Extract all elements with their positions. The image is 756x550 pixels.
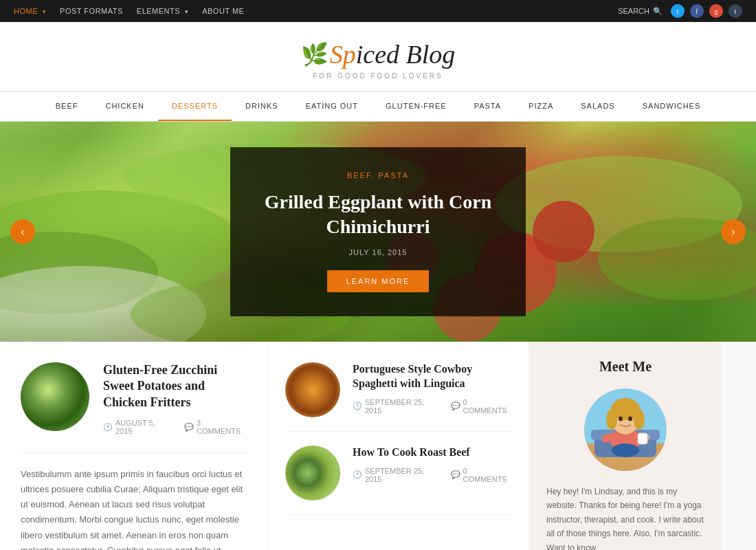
category-pizza[interactable]: PIZZA [515,92,567,121]
clock-icon-2: 🕐 [353,402,362,410]
category-eating-out[interactable]: EATING OUT [292,92,372,121]
middle-post-2-title[interactable]: How To Cook Roast Beef [353,446,511,460]
middle-post-1: Portuguese Style Cowboy Spaghetti with L… [285,355,511,432]
top-nav-left: HOME ▾ POST FORMATS ELEMENTS ▾ ABOUT ME [14,7,244,15]
avatar-svg [584,388,667,471]
comment-icon: 💬 [184,423,194,432]
svg-point-22 [606,409,617,430]
hero-title: Grilled Eggplant with Corn Chimichurri [261,190,495,240]
middle-post-2-image [285,446,340,500]
nav-item-elements[interactable]: ELEMENTS ▾ [137,7,188,15]
search-icon[interactable]: 🔍 [653,7,663,16]
svg-point-24 [619,417,623,421]
middle-post-2-thumb [285,446,340,500]
middle-post-2: How To Cook Roast Beef 🕐 SEPTEMBER 25, 2… [285,432,511,515]
sidebar-title: Meet Me [546,359,704,375]
svg-point-25 [628,417,632,421]
clock-icon-3: 🕐 [353,470,362,479]
hero-category-tags: BEEF, PASTA [261,171,495,179]
search-area[interactable]: SEARCH 🔍 [618,7,663,16]
middle-post-1-comments[interactable]: 💬 0 COMMENTS [451,398,511,415]
main-content: Gluten-Free Zucchini Sweet Potatoes and … [0,342,756,550]
svg-point-5 [533,201,594,263]
nav-item-about[interactable]: ABOUT ME [202,7,244,15]
featured-post-date: 🕐 AUGUST 5, 2015 [103,419,174,435]
middle-post-1-title[interactable]: Portuguese Style Cowboy Spaghetti with L… [353,362,511,391]
top-nav-right: SEARCH 🔍 t f g t [618,4,742,18]
slider-next-button[interactable]: › [721,219,746,244]
category-drinks[interactable]: DRINKS [232,92,292,121]
comment-icon-2: 💬 [451,402,460,410]
sidebar-bio: Hey hey! I'm Lindsay, and this is my web… [546,485,704,550]
logo-text: Spiced Blog [330,39,456,69]
middle-post-1-image [285,362,340,417]
featured-post: Gluten-Free Zucchini Sweet Potatoes and … [21,362,247,435]
hero-slider: ‹ › BEEF, PASTA Grilled Eggplant with Co… [0,122,756,342]
left-column: Gluten-Free Zucchini Sweet Potatoes and … [0,342,268,550]
top-nav: HOME ▾ POST FORMATS ELEMENTS ▾ ABOUT ME … [0,0,756,22]
twitter-icon[interactable]: t [671,4,685,18]
divider [21,452,247,453]
category-nav: BEEF CHICKEN DESSERTS DRINKS EATING OUT … [0,91,756,122]
middle-post-2-comments[interactable]: 💬 0 COMMENTS [451,467,511,483]
hero-overlay: BEEF, PASTA Grilled Eggplant with Corn C… [230,147,526,316]
elements-arrow-icon: ▾ [185,8,189,15]
clock-icon: 🕐 [103,423,113,432]
nav-item-post-formats[interactable]: POST FORMATS [60,7,123,15]
category-salads[interactable]: SALADS [567,92,628,121]
social-icons: t f g t [671,4,742,18]
middle-post-1-date: 🕐 SEPTEMBER 25, 2015 [353,398,441,415]
home-arrow-icon: ▾ [43,8,47,15]
tumblr-icon[interactable]: t [729,4,742,18]
middle-post-1-info: Portuguese Style Cowboy Spaghetti with L… [353,362,511,415]
slider-prev-button[interactable]: ‹ [10,219,35,244]
category-sandwiches[interactable]: SANDWICHES [629,92,715,121]
middle-post-2-date: 🕐 SEPTEMBER 25, 2015 [353,467,441,483]
featured-post-meta: 🕐 AUGUST 5, 2015 💬 3 COMMENTS [103,419,247,435]
svg-rect-26 [638,433,647,444]
featured-post-title[interactable]: Gluten-Free Zucchini Sweet Potatoes and … [103,362,247,410]
category-desserts[interactable]: DESSERTS [158,92,232,121]
logo[interactable]: 🌿 Spiced Blog FOR GOOD FOOD LOVERS [301,39,456,80]
right-sidebar: Meet Me [529,342,722,550]
middle-post-1-thumb [285,362,340,417]
featured-post-image [21,362,89,431]
svg-point-18 [612,443,639,457]
sidebar-avatar [584,388,667,471]
hero-learn-more-button[interactable]: LEARN MORE [327,270,430,292]
category-chicken[interactable]: CHICKEN [91,92,158,121]
middle-post-2-meta: 🕐 SEPTEMBER 25, 2015 💬 0 COMMENTS [353,467,511,483]
featured-post-comments[interactable]: 💬 3 COMMENTS [184,419,247,435]
site-header: 🌿 Spiced Blog FOR GOOD FOOD LOVERS [0,22,756,91]
logo-sp: Sp [330,40,356,69]
featured-post-excerpt: Vestibulumm ante ipsum primis in faucibu… [21,467,247,550]
search-label: SEARCH [618,7,649,15]
middle-post-2-info: How To Cook Roast Beef 🕐 SEPTEMBER 25, 2… [353,446,511,483]
featured-post-info: Gluten-Free Zucchini Sweet Potatoes and … [103,362,247,435]
featured-post-thumb [21,362,89,431]
category-pasta[interactable]: PASTA [460,92,515,121]
category-beef[interactable]: BEEF [42,92,92,121]
hero-date: JULY 16, 2015 [261,248,495,256]
svg-point-23 [634,409,645,430]
logo-leaf-icon: 🌿 [301,41,329,67]
logo-tagline: FOR GOOD FOOD LOVERS [301,72,456,80]
middle-column: Portuguese Style Cowboy Spaghetti with L… [268,342,529,550]
facebook-icon[interactable]: f [690,4,704,18]
gplus-icon[interactable]: g [709,4,723,18]
category-gluten-free[interactable]: GLUTEN-FREE [372,92,460,121]
comment-icon-3: 💬 [451,470,460,479]
nav-item-home[interactable]: HOME ▾ [14,7,46,15]
middle-post-1-meta: 🕐 SEPTEMBER 25, 2015 💬 0 COMMENTS [353,398,511,415]
